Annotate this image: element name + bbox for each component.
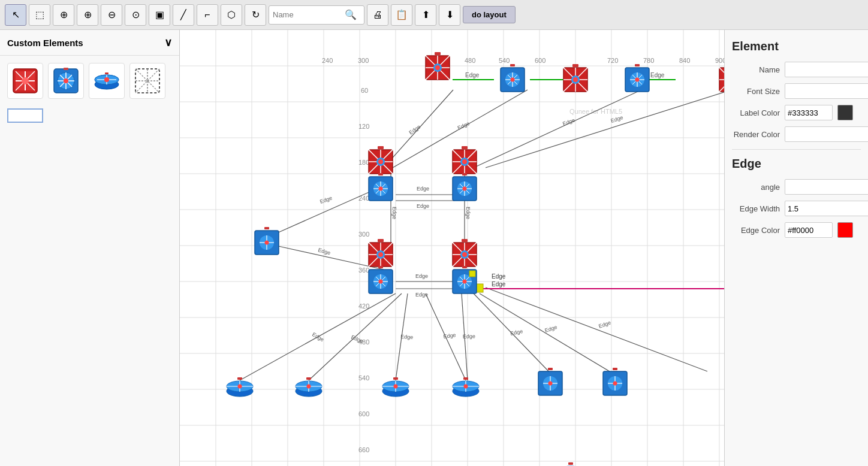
node-server-low1[interactable] (369, 239, 393, 267)
element-server-dashed[interactable] (129, 63, 165, 99)
svg-point-208 (394, 385, 398, 389)
node-router-top4[interactable] (625, 64, 649, 92)
render-color-row: Render Color (732, 126, 861, 142)
svg-rect-203 (306, 377, 311, 380)
label-color-row: Label Color (732, 105, 861, 120)
search-input[interactable] (273, 10, 345, 19)
node-router-disk-bottom[interactable] (557, 462, 584, 466)
svg-rect-233 (568, 462, 573, 465)
edge-label: Edge (319, 195, 333, 205)
svg-text:240: 240 (322, 57, 333, 64)
svg-text:600: 600 (358, 410, 369, 417)
edge-color-input[interactable] (785, 222, 833, 238)
page-tool[interactable]: ▣ (149, 4, 170, 26)
node-server-low2[interactable] (453, 239, 477, 267)
svg-text:480: 480 (465, 57, 475, 64)
node-router-top2[interactable] (501, 64, 525, 92)
element-router-flat[interactable] (89, 63, 125, 99)
node-server-top3[interactable] (563, 64, 587, 92)
edge-label: Edge (457, 120, 471, 131)
svg-rect-14 (64, 68, 68, 70)
edge-width-input[interactable] (785, 201, 868, 216)
svg-text:660: 660 (358, 446, 369, 453)
edge-label: Edge (610, 114, 624, 124)
node-server-mid1[interactable] (369, 146, 393, 174)
edge-label: Edge (650, 72, 665, 78)
node-server-top5[interactable] (719, 64, 724, 92)
svg-point-6 (22, 77, 29, 84)
svg-point-214 (464, 385, 468, 389)
edge-label: Edge (415, 273, 428, 279)
do-layout-button[interactable]: do layout (463, 6, 516, 23)
print-button[interactable]: 🖨 (367, 4, 388, 26)
edge-label: Edge (400, 334, 414, 340)
element-server-red[interactable] (7, 63, 43, 99)
svg-rect-166 (378, 239, 384, 242)
network-svg[interactable]: 240 300 420 480 540 600 720 780 840 900 … (180, 30, 724, 466)
node-server-top1[interactable] (426, 52, 450, 80)
svg-text:300: 300 (358, 231, 369, 238)
zoom-out-tool[interactable]: ⊖ (101, 4, 122, 26)
node-router-box1[interactable] (538, 368, 562, 395)
edge-width-label: Edge Width (732, 204, 780, 213)
svg-rect-152 (462, 173, 467, 175)
node-router-low2[interactable] (453, 266, 477, 293)
edge-label-mid2: Edge (492, 281, 506, 288)
edge-section-title: Edge (732, 157, 861, 171)
node-router-low1[interactable] (369, 266, 393, 293)
fit-tool[interactable]: ⊙ (125, 4, 146, 26)
select-tool[interactable]: ↖ (5, 4, 26, 26)
svg-point-20 (104, 77, 109, 82)
node-server-mid2[interactable] (453, 146, 477, 174)
right-panel: Element Name Font Size Label Color Rende… (724, 30, 868, 466)
connect-tool[interactable]: ⊕ (53, 4, 74, 26)
node-router-mid2[interactable] (453, 173, 477, 201)
marquee-tool[interactable]: ⬚ (29, 4, 50, 26)
element-router-blue[interactable] (48, 63, 84, 99)
svg-rect-215 (463, 377, 468, 380)
svg-point-196 (238, 385, 242, 389)
svg-point-95 (511, 78, 515, 82)
search-box: 🔍 (269, 5, 364, 25)
font-size-input[interactable] (785, 83, 868, 99)
svg-rect-21 (105, 72, 108, 74)
element-rectangle[interactable] (7, 108, 43, 123)
svg-rect-112 (635, 64, 640, 66)
svg-rect-182 (462, 239, 468, 242)
node-router-mid1[interactable] (369, 173, 393, 201)
svg-text:840: 840 (679, 57, 690, 64)
angle-input[interactable] (785, 179, 868, 195)
edge-label: Edge (463, 333, 475, 340)
font-size-row: Font Size (732, 83, 861, 99)
edge-color-swatch[interactable] (837, 222, 853, 238)
name-input[interactable] (785, 62, 868, 77)
label-color-swatch[interactable] (837, 105, 853, 120)
panel-header: Custom Elements ∨ (0, 30, 179, 56)
edge-label: Edge (311, 331, 325, 343)
svg-rect-190 (462, 266, 467, 268)
edge-width-row: Edge Width (732, 201, 861, 216)
node-router-box2[interactable] (603, 368, 627, 395)
node-router-left[interactable] (255, 227, 279, 255)
lasso-tool[interactable]: ⬡ (221, 4, 242, 26)
panel-collapse-button[interactable]: ∨ (164, 36, 172, 49)
canvas-area[interactable]: 240 300 420 480 540 600 720 780 840 900 … (180, 30, 724, 466)
action3-button[interactable]: ⬇ (439, 4, 460, 26)
svg-rect-191 (469, 271, 475, 277)
line-tool[interactable]: ╱ (173, 4, 194, 26)
zoom-in-tool[interactable]: ⊕ (77, 4, 98, 26)
name-row: Name (732, 62, 861, 77)
svg-rect-227 (613, 368, 617, 370)
rotate-tool[interactable]: ↻ (245, 4, 266, 26)
orthogonal-tool[interactable]: ⌐ (197, 4, 218, 26)
edge-label: Edge (391, 207, 397, 219)
svg-text:540: 540 (358, 374, 369, 382)
action1-button[interactable]: 📋 (391, 4, 412, 26)
label-color-input[interactable] (785, 105, 833, 120)
action2-button[interactable]: ⬆ (415, 4, 436, 26)
edge-label: Edge (417, 186, 429, 192)
render-color-input[interactable] (785, 126, 868, 142)
svg-rect-221 (548, 368, 553, 370)
svg-point-87 (435, 65, 440, 70)
search-icon: 🔍 (345, 9, 357, 20)
